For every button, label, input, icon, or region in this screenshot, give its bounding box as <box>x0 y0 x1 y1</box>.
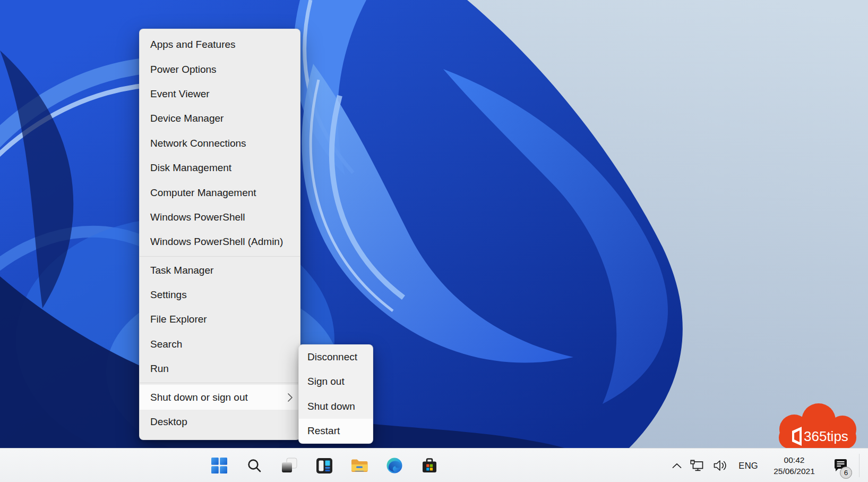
menu-item-label: Sign out <box>307 376 345 387</box>
menu-item-label: Apps and Features <box>150 39 236 50</box>
menu-item-label: Shut down <box>307 401 355 412</box>
taskbar-widgets-button[interactable] <box>312 451 337 480</box>
task-view-icon <box>281 458 297 473</box>
shutdown-submenu: Disconnect Sign out Shut down Restart <box>298 344 373 444</box>
menu-item-power-options[interactable]: Power Options <box>140 57 300 81</box>
menu-item-label: Device Manager <box>150 113 224 124</box>
taskbar-start-button[interactable] <box>207 451 231 480</box>
edge-icon <box>386 458 402 473</box>
menu-item-label: Settings <box>150 289 187 301</box>
menu-item-label: Shut down or sign out <box>150 392 248 403</box>
tray-clock[interactable]: 00:42 25/06/2021 <box>768 454 821 477</box>
search-icon <box>247 458 262 473</box>
volume-icon <box>713 460 727 471</box>
menu-item-desktop[interactable]: Desktop <box>140 410 300 434</box>
submenu-item-shut-down[interactable]: Shut down <box>299 394 373 419</box>
system-tray: ENG 00:42 25/06/2021 6 <box>668 449 868 482</box>
menu-item-windows-powershell-admin[interactable]: Windows PowerShell (Admin) <box>140 230 300 254</box>
menu-item-computer-management[interactable]: Computer Management <box>140 180 300 205</box>
widgets-icon <box>316 458 332 473</box>
microsoft-store-icon <box>422 458 437 473</box>
menu-item-label: Event Viewer <box>150 88 210 100</box>
menu-item-label: File Explorer <box>150 314 207 325</box>
submenu-item-disconnect[interactable]: Disconnect <box>299 345 373 369</box>
desktop-screen: Apps and Features Power Options Event Vi… <box>0 0 868 482</box>
menu-item-label: Desktop <box>150 416 187 428</box>
menu-item-label: Windows PowerShell (Admin) <box>150 236 283 248</box>
submenu-item-restart[interactable]: Restart <box>299 419 373 443</box>
menu-item-device-manager[interactable]: Device Manager <box>140 106 300 131</box>
taskbar-search-button[interactable] <box>242 451 267 480</box>
menu-item-search[interactable]: Search <box>140 332 300 357</box>
menu-item-settings[interactable]: Settings <box>140 283 300 307</box>
windows-start-icon <box>211 458 227 473</box>
menu-item-label: Computer Management <box>150 187 256 199</box>
menu-item-label: Disk Management <box>150 162 231 174</box>
menu-item-windows-powershell[interactable]: Windows PowerShell <box>140 205 300 230</box>
menu-item-label: Restart <box>307 425 340 437</box>
menu-item-network-connections[interactable]: Network Connections <box>140 131 300 156</box>
network-ethernet-icon <box>690 460 704 472</box>
menu-item-shut-down-or-sign-out[interactable]: Shut down or sign out <box>140 385 300 409</box>
menu-item-disk-management[interactable]: Disk Management <box>140 156 300 180</box>
tray-notification-center-button[interactable]: 6 <box>826 449 854 482</box>
menu-item-label: Run <box>150 363 169 375</box>
tray-show-hidden-icons-button[interactable] <box>668 449 686 482</box>
menu-item-label: Task Manager <box>150 265 213 276</box>
taskbar: ENG 00:42 25/06/2021 6 <box>0 448 868 482</box>
menu-item-label: Search <box>150 339 182 350</box>
tray-time: 00:42 <box>768 454 821 466</box>
taskbar-file-explorer-button[interactable] <box>347 451 372 480</box>
menu-item-event-viewer[interactable]: Event Viewer <box>140 82 300 106</box>
menu-item-label: Network Connections <box>150 138 246 149</box>
menu-item-label: Power Options <box>150 64 217 75</box>
menu-item-label: Disconnect <box>307 351 357 363</box>
taskbar-icon-group <box>207 451 442 480</box>
show-desktop-divider[interactable] <box>859 454 860 477</box>
menu-item-apps-and-features[interactable]: Apps and Features <box>140 32 300 57</box>
submenu-chevron-icon <box>287 392 294 403</box>
menu-item-file-explorer[interactable]: File Explorer <box>140 307 300 332</box>
menu-separator <box>140 383 300 383</box>
tray-volume-button[interactable] <box>709 449 731 482</box>
taskbar-edge-button[interactable] <box>382 451 407 480</box>
chevron-up-icon <box>672 463 682 469</box>
desktop-wallpaper[interactable] <box>0 0 868 482</box>
menu-item-run[interactable]: Run <box>140 357 300 381</box>
menu-item-label: Windows PowerShell <box>150 212 245 223</box>
file-explorer-icon <box>351 459 368 472</box>
notification-count-badge: 6 <box>840 467 852 479</box>
submenu-item-sign-out[interactable]: Sign out <box>299 369 373 394</box>
tray-date: 25/06/2021 <box>768 466 821 477</box>
menu-item-task-manager[interactable]: Task Manager <box>140 258 300 283</box>
winx-context-menu: Apps and Features Power Options Event Vi… <box>139 29 300 440</box>
menu-separator <box>140 256 300 257</box>
taskbar-microsoft-store-button[interactable] <box>417 451 442 480</box>
tray-language-indicator[interactable]: ENG <box>731 461 764 471</box>
taskbar-task-view-button[interactable] <box>277 451 302 480</box>
tray-network-button[interactable] <box>686 449 709 482</box>
